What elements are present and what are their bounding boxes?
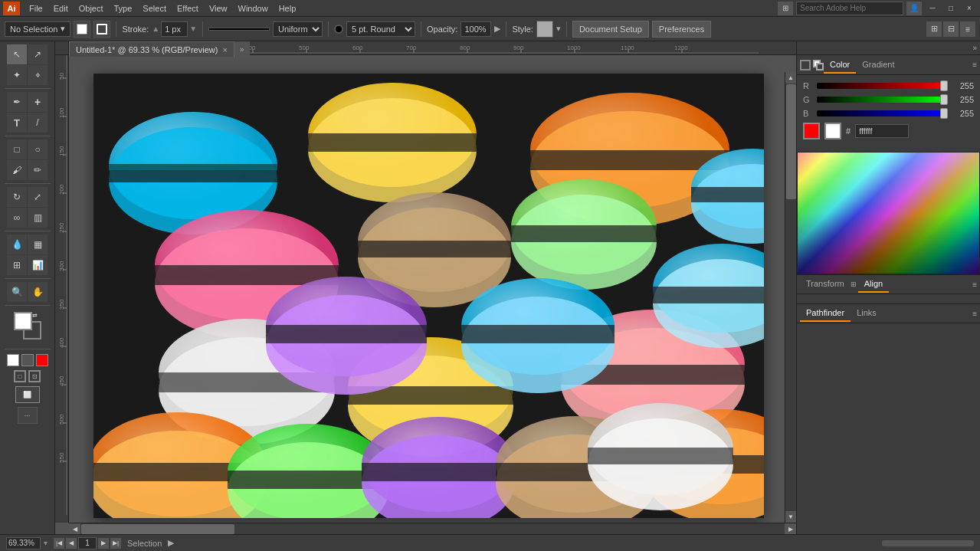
menu-edit[interactable]: Edit — [49, 2, 73, 15]
opacity-input[interactable] — [461, 21, 491, 37]
screen-mode-2[interactable]: ⊡ — [28, 370, 41, 382]
scroll-right-btn[interactable]: ▶ — [785, 523, 796, 535]
menu-effect[interactable]: Effect — [172, 2, 203, 15]
foreground-swatch[interactable] — [803, 123, 820, 139]
red-mode-btn[interactable] — [36, 354, 48, 366]
r-slider-track[interactable] — [817, 83, 948, 89]
tab-transform[interactable]: Transform — [800, 276, 851, 293]
hand-tool[interactable]: ✋ — [28, 282, 48, 302]
rectangle-tool[interactable]: □ — [7, 139, 27, 159]
b-slider-track[interactable] — [817, 110, 948, 116]
h-scroll-thumb[interactable] — [81, 524, 234, 534]
magic-wand-tool[interactable]: ✦ — [7, 65, 27, 85]
mesh-tool[interactable]: ⊞ — [7, 255, 27, 275]
color-gradient-picker[interactable] — [797, 152, 980, 274]
more-icon[interactable]: ≡ — [960, 21, 975, 37]
rotate-tool[interactable]: ↻ — [7, 187, 27, 207]
panel-collapse-right[interactable]: » — [972, 44, 977, 52]
search-input[interactable] — [796, 2, 903, 15]
menu-window[interactable]: Window — [234, 2, 273, 15]
next-page-btn[interactable]: ▶ — [98, 538, 109, 549]
document-setup-button[interactable]: Document Setup — [572, 21, 649, 38]
zoom-tool[interactable]: 🔍 — [7, 282, 27, 302]
menu-select[interactable]: Select — [138, 2, 171, 15]
style-swatch[interactable] — [536, 21, 553, 38]
document-tab-close[interactable]: × — [222, 45, 227, 54]
fill-swatch[interactable] — [74, 21, 90, 38]
maximize-btn[interactable]: □ — [943, 2, 959, 15]
stroke-down-arrow[interactable]: ▼ — [189, 25, 197, 33]
column-graph-tool[interactable]: ▥ — [28, 208, 48, 228]
v-scroll-track[interactable] — [785, 84, 797, 511]
stroke-type-select[interactable]: Uniform — [273, 21, 323, 37]
tab-align[interactable]: Align — [858, 276, 889, 293]
grey-mode-btn[interactable] — [21, 354, 34, 366]
scroll-up-btn[interactable]: ▲ — [785, 72, 797, 84]
menu-view[interactable]: View — [205, 2, 232, 15]
opacity-expand[interactable]: ▶ — [494, 24, 500, 34]
swap-colors-btn[interactable]: ⇄ — [32, 312, 41, 321]
scale-tool[interactable]: ⤢ — [28, 187, 48, 207]
minimize-btn[interactable]: ─ — [925, 2, 940, 15]
horizontal-scrollbar[interactable]: ◀ ▶ — [69, 523, 796, 534]
bottom-panel-options[interactable]: ≡ — [972, 280, 977, 289]
b-slider-thumb[interactable] — [940, 108, 948, 119]
lasso-tool[interactable]: ⌖ — [28, 65, 48, 85]
panel-collapse-btn[interactable]: » — [234, 41, 250, 57]
dropdown-arrow[interactable]: ▾ — [61, 24, 65, 34]
color-picker-icon[interactable] — [800, 60, 811, 71]
panel-options-icon[interactable]: ≡ — [972, 61, 977, 69]
selection-tool[interactable]: ↖ — [7, 44, 27, 64]
menu-object[interactable]: Object — [74, 2, 108, 15]
stroke-swatch[interactable] — [93, 21, 110, 38]
tab-color[interactable]: Color — [824, 57, 856, 74]
foreground-color-box[interactable] — [14, 312, 32, 330]
direct-selection-tool[interactable]: ↗ — [28, 44, 48, 64]
stroke-up-arrow[interactable]: ▲ — [152, 25, 159, 33]
normal-mode-btn[interactable] — [7, 354, 19, 366]
g-slider-track[interactable] — [817, 97, 948, 103]
profile-icon[interactable]: 👤 — [906, 2, 922, 15]
brush-type-select[interactable]: 5 pt. Round — [346, 21, 415, 37]
arrange-icon[interactable]: ⊟ — [943, 21, 959, 37]
preferences-button[interactable]: Preferences — [652, 21, 711, 38]
prev-page-btn[interactable]: ◀ — [66, 538, 77, 549]
menu-type[interactable]: Type — [110, 2, 137, 15]
ellipse-tool[interactable]: ○ — [28, 139, 48, 159]
play-btn[interactable]: ▶ — [168, 538, 174, 548]
first-page-btn[interactable]: |◀ — [54, 538, 64, 549]
background-swatch[interactable] — [824, 123, 841, 139]
pen-tool[interactable]: ✒ — [7, 92, 27, 112]
type-tool[interactable]: T — [7, 113, 27, 133]
stroke-width-input[interactable] — [161, 21, 188, 37]
r-slider-thumb[interactable] — [940, 80, 948, 91]
artboard-btn[interactable]: ⬜ — [15, 386, 40, 403]
add-anchor-tool[interactable]: + — [28, 92, 48, 112]
menu-help[interactable]: Help — [274, 2, 301, 15]
pencil-tool[interactable]: ✏ — [28, 160, 48, 180]
tab-gradient[interactable]: Gradient — [856, 57, 900, 74]
workspace-switcher[interactable]: ⊞ — [778, 2, 793, 15]
zoom-input[interactable]: 69.33% — [6, 537, 41, 549]
h-scroll-track[interactable] — [80, 523, 785, 535]
line-tool[interactable]: / — [28, 113, 48, 133]
bar-graph-tool[interactable]: 📊 — [28, 255, 48, 275]
page-input[interactable] — [78, 537, 97, 549]
scroll-left-btn[interactable]: ◀ — [69, 523, 80, 535]
menu-file[interactable]: File — [25, 2, 48, 15]
close-btn[interactable]: × — [962, 2, 977, 15]
hex-input[interactable]: ffffff — [855, 124, 909, 138]
v-scroll-thumb[interactable] — [786, 84, 796, 199]
gradient-tool[interactable]: ▦ — [28, 235, 48, 254]
eyedropper-tool[interactable]: 💧 — [7, 235, 27, 254]
last-page-btn[interactable]: ▶| — [110, 538, 121, 549]
scroll-down-btn[interactable]: ▼ — [785, 511, 797, 523]
align-left-icon[interactable]: ⊞ — [926, 21, 942, 37]
paintbrush-tool[interactable]: 🖌 — [7, 160, 27, 180]
tab-links[interactable]: Links — [851, 305, 883, 322]
zoom-dropdown[interactable]: ▾ — [44, 539, 48, 547]
tab-pathfinder[interactable]: Pathfinder — [800, 305, 851, 322]
link-colors-icon[interactable] — [813, 60, 824, 71]
more-tools-btn[interactable]: ··· — [18, 407, 38, 424]
blend-tool[interactable]: ∞ — [7, 208, 27, 228]
